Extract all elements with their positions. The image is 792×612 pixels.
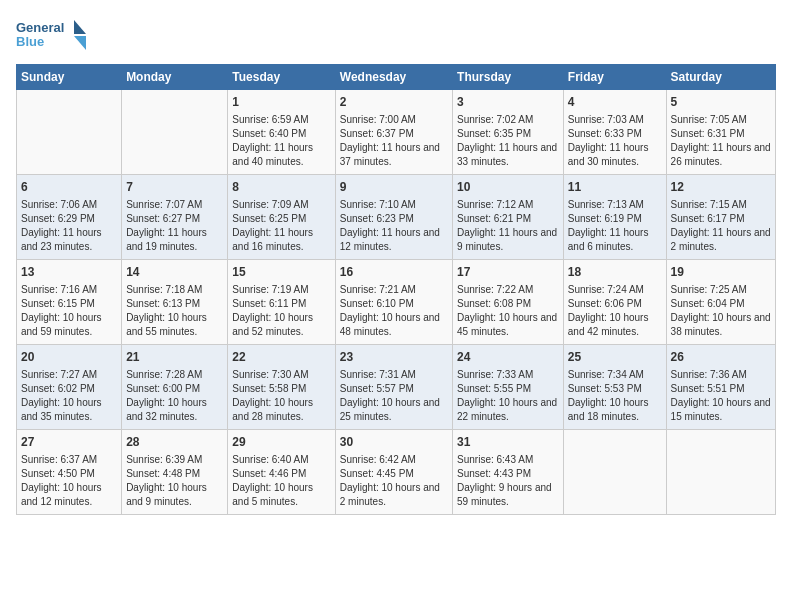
calendar-cell [122, 90, 228, 175]
day-info-line: Daylight: 10 hours and 35 minutes. [21, 396, 117, 424]
day-info-line: Sunset: 4:43 PM [457, 467, 559, 481]
day-info-line: Sunset: 6:27 PM [126, 212, 223, 226]
day-info-line: Sunrise: 7:34 AM [568, 368, 662, 382]
calendar-cell [17, 90, 122, 175]
day-number: 25 [568, 349, 662, 366]
day-info-line: Sunrise: 6:42 AM [340, 453, 448, 467]
day-info-line: Sunrise: 7:21 AM [340, 283, 448, 297]
calendar-cell [563, 430, 666, 515]
day-number: 20 [21, 349, 117, 366]
day-info-line: Sunset: 5:53 PM [568, 382, 662, 396]
day-info-line: Sunrise: 6:43 AM [457, 453, 559, 467]
calendar-cell: 26Sunrise: 7:36 AMSunset: 5:51 PMDayligh… [666, 345, 775, 430]
weekday-header: Saturday [666, 65, 775, 90]
day-info-line: Sunrise: 7:06 AM [21, 198, 117, 212]
day-number: 3 [457, 94, 559, 111]
calendar-cell: 16Sunrise: 7:21 AMSunset: 6:10 PMDayligh… [335, 260, 452, 345]
day-number: 23 [340, 349, 448, 366]
day-number: 11 [568, 179, 662, 196]
day-number: 22 [232, 349, 330, 366]
calendar-cell: 2Sunrise: 7:00 AMSunset: 6:37 PMDaylight… [335, 90, 452, 175]
day-info-line: Daylight: 11 hours and 16 minutes. [232, 226, 330, 254]
day-number: 21 [126, 349, 223, 366]
day-info-line: Sunset: 4:46 PM [232, 467, 330, 481]
day-info-line: Sunrise: 7:05 AM [671, 113, 771, 127]
calendar-cell: 15Sunrise: 7:19 AMSunset: 6:11 PMDayligh… [228, 260, 335, 345]
day-info-line: Sunset: 4:48 PM [126, 467, 223, 481]
svg-marker-3 [74, 36, 86, 50]
day-info-line: Daylight: 10 hours and 5 minutes. [232, 481, 330, 509]
day-number: 26 [671, 349, 771, 366]
calendar-cell: 4Sunrise: 7:03 AMSunset: 6:33 PMDaylight… [563, 90, 666, 175]
day-number: 30 [340, 434, 448, 451]
calendar-cell: 1Sunrise: 6:59 AMSunset: 6:40 PMDaylight… [228, 90, 335, 175]
day-number: 4 [568, 94, 662, 111]
day-info-line: Sunset: 6:17 PM [671, 212, 771, 226]
day-info-line: Sunset: 6:08 PM [457, 297, 559, 311]
day-info-line: Daylight: 10 hours and 9 minutes. [126, 481, 223, 509]
day-info-line: Sunrise: 7:24 AM [568, 283, 662, 297]
calendar-week-row: 13Sunrise: 7:16 AMSunset: 6:15 PMDayligh… [17, 260, 776, 345]
calendar-cell: 31Sunrise: 6:43 AMSunset: 4:43 PMDayligh… [453, 430, 564, 515]
day-info-line: Sunrise: 7:25 AM [671, 283, 771, 297]
day-number: 28 [126, 434, 223, 451]
weekday-header: Wednesday [335, 65, 452, 90]
day-info-line: Sunset: 6:37 PM [340, 127, 448, 141]
day-number: 17 [457, 264, 559, 281]
day-number: 6 [21, 179, 117, 196]
day-info-line: Sunset: 6:13 PM [126, 297, 223, 311]
day-info-line: Daylight: 11 hours and 30 minutes. [568, 141, 662, 169]
calendar-table: SundayMondayTuesdayWednesdayThursdayFrid… [16, 64, 776, 515]
day-info-line: Sunset: 6:19 PM [568, 212, 662, 226]
calendar-cell: 22Sunrise: 7:30 AMSunset: 5:58 PMDayligh… [228, 345, 335, 430]
day-info-line: Sunrise: 6:37 AM [21, 453, 117, 467]
calendar-cell: 13Sunrise: 7:16 AMSunset: 6:15 PMDayligh… [17, 260, 122, 345]
day-info-line: Daylight: 11 hours and 26 minutes. [671, 141, 771, 169]
day-number: 27 [21, 434, 117, 451]
day-info-line: Sunrise: 7:16 AM [21, 283, 117, 297]
weekday-header: Sunday [17, 65, 122, 90]
day-info-line: Sunset: 6:35 PM [457, 127, 559, 141]
day-number: 18 [568, 264, 662, 281]
day-number: 24 [457, 349, 559, 366]
day-info-line: Sunrise: 7:27 AM [21, 368, 117, 382]
day-number: 7 [126, 179, 223, 196]
calendar-cell: 23Sunrise: 7:31 AMSunset: 5:57 PMDayligh… [335, 345, 452, 430]
day-info-line: Sunrise: 7:30 AM [232, 368, 330, 382]
calendar-cell [666, 430, 775, 515]
calendar-week-row: 6Sunrise: 7:06 AMSunset: 6:29 PMDaylight… [17, 175, 776, 260]
calendar-week-row: 20Sunrise: 7:27 AMSunset: 6:02 PMDayligh… [17, 345, 776, 430]
day-info-line: Sunset: 4:50 PM [21, 467, 117, 481]
day-info-line: Sunset: 6:11 PM [232, 297, 330, 311]
day-info-line: Daylight: 10 hours and 25 minutes. [340, 396, 448, 424]
day-number: 9 [340, 179, 448, 196]
day-info-line: Sunset: 5:58 PM [232, 382, 330, 396]
logo: General Blue [16, 16, 86, 56]
calendar-cell: 8Sunrise: 7:09 AMSunset: 6:25 PMDaylight… [228, 175, 335, 260]
svg-text:General: General [16, 20, 64, 35]
day-info-line: Sunrise: 7:03 AM [568, 113, 662, 127]
day-info-line: Sunset: 6:21 PM [457, 212, 559, 226]
calendar-cell: 30Sunrise: 6:42 AMSunset: 4:45 PMDayligh… [335, 430, 452, 515]
day-info-line: Daylight: 11 hours and 19 minutes. [126, 226, 223, 254]
weekday-header: Tuesday [228, 65, 335, 90]
calendar-cell: 20Sunrise: 7:27 AMSunset: 6:02 PMDayligh… [17, 345, 122, 430]
day-info-line: Daylight: 10 hours and 42 minutes. [568, 311, 662, 339]
day-info-line: Daylight: 10 hours and 2 minutes. [340, 481, 448, 509]
day-info-line: Sunrise: 6:59 AM [232, 113, 330, 127]
weekday-header: Monday [122, 65, 228, 90]
calendar-cell: 19Sunrise: 7:25 AMSunset: 6:04 PMDayligh… [666, 260, 775, 345]
day-info-line: Daylight: 10 hours and 48 minutes. [340, 311, 448, 339]
weekday-header-row: SundayMondayTuesdayWednesdayThursdayFrid… [17, 65, 776, 90]
day-info-line: Sunset: 6:10 PM [340, 297, 448, 311]
day-info-line: Sunrise: 6:40 AM [232, 453, 330, 467]
calendar-cell: 27Sunrise: 6:37 AMSunset: 4:50 PMDayligh… [17, 430, 122, 515]
day-info-line: Sunrise: 7:10 AM [340, 198, 448, 212]
day-number: 10 [457, 179, 559, 196]
calendar-cell: 25Sunrise: 7:34 AMSunset: 5:53 PMDayligh… [563, 345, 666, 430]
day-info-line: Sunrise: 7:28 AM [126, 368, 223, 382]
calendar-cell: 6Sunrise: 7:06 AMSunset: 6:29 PMDaylight… [17, 175, 122, 260]
day-info-line: Sunset: 6:31 PM [671, 127, 771, 141]
day-info-line: Daylight: 10 hours and 45 minutes. [457, 311, 559, 339]
day-info-line: Daylight: 10 hours and 15 minutes. [671, 396, 771, 424]
